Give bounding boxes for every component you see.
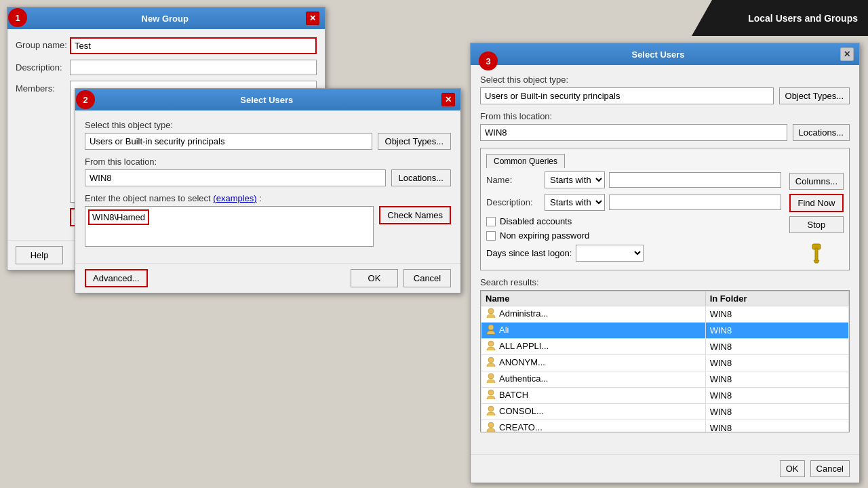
result-icon: Administra... bbox=[486, 308, 548, 319]
result-name-cell: CONSOL... bbox=[481, 404, 706, 420]
su-small-body: Select this object type: Object Types...… bbox=[75, 110, 460, 263]
su-small-ok-button[interactable]: OK bbox=[351, 269, 398, 287]
col-folder-header: In Folder bbox=[705, 291, 848, 306]
user-icon bbox=[486, 405, 496, 416]
su-object-type-input[interactable] bbox=[85, 133, 372, 150]
su-check-names-button[interactable]: Check Names bbox=[379, 206, 451, 224]
cq-tool-icon bbox=[789, 243, 844, 264]
su-names-area[interactable]: WIN8\Hamed bbox=[85, 206, 374, 247]
su-object-type-label: Select this object type: bbox=[85, 120, 451, 130]
new-group-close-button[interactable]: ✕ bbox=[306, 12, 319, 25]
svg-point-9 bbox=[488, 406, 494, 411]
search-results-container[interactable]: Name In Folder Administra... WIN8 bbox=[480, 290, 850, 432]
table-row[interactable]: Ali WIN8 bbox=[481, 323, 849, 339]
cq-non-expiring-checkbox[interactable] bbox=[486, 231, 496, 241]
svg-point-6 bbox=[488, 357, 494, 363]
cq-name-input[interactable] bbox=[609, 172, 781, 188]
sul-object-type-input-row: Object Types... bbox=[480, 87, 850, 104]
result-folder-cell: WIN8 bbox=[705, 339, 848, 355]
result-icon: Authentica... bbox=[486, 373, 548, 384]
svg-point-7 bbox=[488, 373, 494, 379]
cq-days-label: Days since last logon: bbox=[486, 248, 572, 258]
cq-name-row: Name: Starts with bbox=[486, 171, 781, 188]
sul-object-types-button[interactable]: Object Types... bbox=[779, 87, 850, 104]
user-icon bbox=[486, 389, 496, 400]
result-icon: ANONYM... bbox=[486, 357, 545, 367]
banner-title: Local Users and Groups bbox=[748, 13, 858, 24]
cq-columns-button[interactable]: Columns... bbox=[789, 173, 844, 190]
sul-cancel-button[interactable]: Cancel bbox=[810, 460, 850, 477]
table-row[interactable]: BATCH WIN8 bbox=[481, 388, 849, 404]
table-row[interactable]: Administra... WIN8 bbox=[481, 306, 849, 323]
user-icon bbox=[486, 340, 496, 351]
members-label: Members: bbox=[16, 81, 70, 94]
step-2-circle: 2 bbox=[76, 90, 95, 109]
cq-disabled-row: Disabled accounts bbox=[486, 216, 781, 226]
su-location-input[interactable] bbox=[85, 169, 386, 186]
help-button[interactable]: Help bbox=[16, 246, 63, 264]
su-names-input-row: WIN8\Hamed Check Names bbox=[85, 206, 451, 247]
result-folder-cell: WIN8 bbox=[705, 323, 848, 339]
table-row[interactable]: ALL APPLI... WIN8 bbox=[481, 339, 849, 355]
step-3-circle: 3 bbox=[479, 52, 498, 70]
cq-find-now-button[interactable]: Find Now bbox=[789, 194, 844, 212]
user-icon bbox=[486, 308, 496, 319]
cq-desc-row: Description: Starts with bbox=[486, 194, 781, 211]
cq-name-select[interactable]: Starts with bbox=[545, 171, 605, 188]
cq-desc-select[interactable]: Starts with bbox=[545, 194, 605, 211]
sul-search-results-row: Search results: Name In Folder bbox=[480, 277, 850, 432]
result-folder-cell: WIN8 bbox=[705, 420, 848, 433]
table-row[interactable]: ANONYM... WIN8 bbox=[481, 355, 849, 371]
su-small-locations-button[interactable]: Locations... bbox=[391, 169, 452, 186]
description-row: Description: bbox=[16, 60, 317, 75]
select-users-small-window: ? Select Users ✕ Select this object type… bbox=[75, 88, 461, 293]
sul-locations-button[interactable]: Locations... bbox=[793, 124, 850, 141]
result-icon: CONSOL... bbox=[486, 405, 544, 416]
search-results-label: Search results: bbox=[480, 277, 850, 287]
sul-object-type-input[interactable] bbox=[480, 87, 774, 104]
new-group-title: New Group bbox=[24, 14, 306, 24]
user-icon bbox=[486, 373, 496, 384]
result-name-cell: ANONYM... bbox=[481, 355, 706, 371]
group-name-row: Group name: bbox=[16, 37, 317, 54]
result-name-cell: ALL APPLI... bbox=[481, 339, 706, 355]
su-advanced-button[interactable]: Advanced... bbox=[85, 269, 148, 287]
cq-non-expiring-label: Non expiring password bbox=[500, 230, 589, 241]
su-small-cancel-button[interactable]: Cancel bbox=[403, 269, 451, 287]
cq-stop-button[interactable]: Stop bbox=[789, 216, 844, 233]
common-queries-box: Common Queries Name: Starts with Descrip… bbox=[480, 148, 850, 270]
su-small-close-button[interactable]: ✕ bbox=[441, 93, 455, 106]
table-row[interactable]: CREATO... WIN8 bbox=[481, 420, 849, 433]
cq-days-select[interactable] bbox=[576, 245, 644, 262]
select-users-large-titlebar: Select Users ✕ bbox=[471, 43, 859, 65]
table-row[interactable]: Authentica... WIN8 bbox=[481, 371, 849, 388]
wrench-icon bbox=[806, 243, 827, 264]
top-banner: Local Users and Groups bbox=[692, 0, 868, 36]
cq-name-label: Name: bbox=[486, 175, 540, 185]
su-small-object-types-button[interactable]: Object Types... bbox=[378, 133, 451, 150]
table-row[interactable]: CONSOL... WIN8 bbox=[481, 404, 849, 420]
select-users-large-window: Select Users ✕ Select this object type: … bbox=[470, 43, 860, 483]
new-group-titlebar: ? New Group ✕ bbox=[7, 7, 325, 29]
select-users-small-titlebar: ? Select Users ✕ bbox=[75, 89, 460, 110]
result-name-cell: Administra... bbox=[481, 306, 706, 323]
user-icon bbox=[486, 422, 496, 432]
svg-point-8 bbox=[488, 390, 494, 395]
user-icon bbox=[486, 357, 496, 367]
cq-left: Name: Starts with Description: Starts wi… bbox=[486, 171, 781, 264]
cq-desc-input[interactable] bbox=[609, 195, 781, 210]
su-footer-spacer bbox=[153, 269, 345, 287]
su-small-footer: Advanced... OK Cancel bbox=[75, 263, 460, 293]
description-input[interactable] bbox=[70, 60, 317, 75]
result-name-cell: Ali bbox=[481, 323, 706, 339]
cq-disabled-checkbox[interactable] bbox=[486, 217, 496, 226]
result-name-cell: CREATO... bbox=[481, 420, 706, 433]
sul-location-input[interactable] bbox=[480, 124, 787, 141]
sul-close-button[interactable]: ✕ bbox=[840, 47, 854, 61]
su-examples-link[interactable]: (examples) bbox=[213, 193, 256, 203]
search-results-table: Name In Folder Administra... WIN8 bbox=[481, 291, 849, 432]
group-name-input[interactable] bbox=[70, 37, 317, 54]
cq-non-expiring-row: Non expiring password bbox=[486, 230, 781, 241]
su-location-label: From this location: bbox=[85, 157, 451, 167]
sul-ok-button[interactable]: OK bbox=[780, 460, 805, 477]
